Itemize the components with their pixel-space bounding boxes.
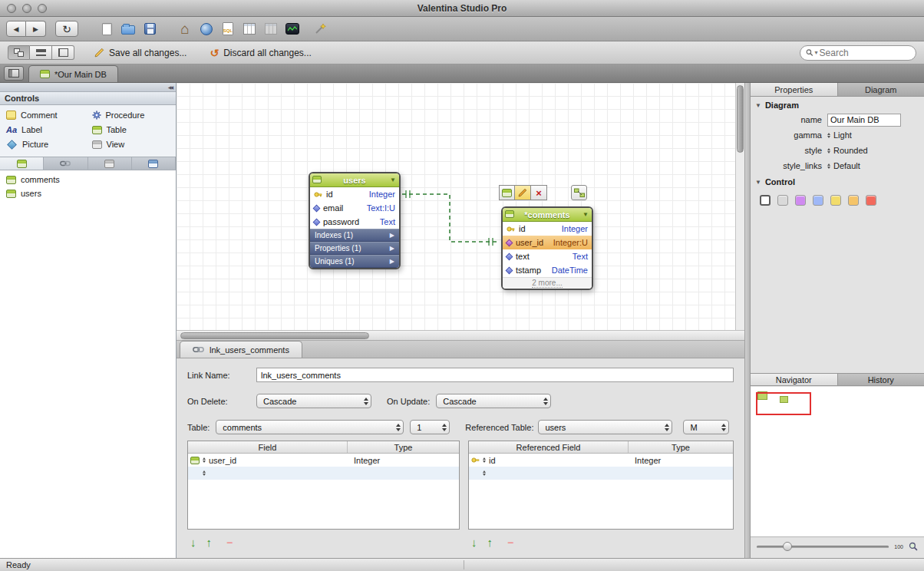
field-row-email[interactable]: email Text:I:U: [310, 201, 399, 215]
create-link-button[interactable]: [571, 185, 587, 200]
panel-splitter[interactable]: [744, 83, 751, 558]
tab-properties[interactable]: Properties: [751, 83, 838, 96]
table-editor-button[interactable]: [241, 20, 258, 38]
canvas-horizontal-scrollbar[interactable]: [177, 330, 744, 341]
control-section-header[interactable]: ▼ Control: [751, 173, 924, 189]
add-table-button[interactable]: [499, 185, 515, 200]
table-row[interactable]: id Integer: [469, 454, 733, 467]
table-cardinality-dropdown[interactable]: 1: [410, 420, 450, 434]
entity-menu-icon[interactable]: ▼: [582, 211, 589, 218]
uniques-section[interactable]: Uniques (1) ▶: [310, 255, 399, 268]
column-view-button[interactable]: [52, 45, 74, 60]
table-dropdown[interactable]: comments: [216, 420, 404, 434]
save-button[interactable]: [141, 20, 158, 38]
server-monitor-button[interactable]: [284, 20, 301, 38]
column-header[interactable]: Type: [348, 441, 459, 453]
navigator-minimap[interactable]: [751, 387, 924, 537]
minimap-viewport-rect[interactable]: [756, 392, 811, 415]
color-swatch-red[interactable]: [866, 195, 876, 206]
column-header[interactable]: Type: [629, 441, 733, 453]
minimize-window-button[interactable]: [22, 4, 31, 13]
field-row-user-id-selected[interactable]: user_id Integer:U: [503, 236, 592, 249]
panel-toggle-button[interactable]: [4, 66, 24, 81]
zoom-window-button[interactable]: [38, 4, 47, 13]
control-procedure[interactable]: Procedure: [89, 109, 175, 121]
home-button[interactable]: ⌂: [177, 20, 193, 38]
diagram-section-header[interactable]: ▼ Diagram: [751, 97, 924, 112]
color-swatch-white[interactable]: [760, 195, 771, 206]
color-swatch-blue[interactable]: [813, 195, 823, 206]
forward-button[interactable]: ▶: [26, 21, 46, 37]
color-swatch-gray[interactable]: [777, 195, 788, 206]
entity-comments-header[interactable]: *comments ▼: [503, 208, 592, 222]
field-row-text[interactable]: text Text: [503, 249, 592, 263]
close-window-button[interactable]: [7, 4, 16, 13]
disclosure-triangle-icon[interactable]: ▼: [755, 179, 761, 186]
tab-history[interactable]: History: [838, 374, 924, 385]
search-field[interactable]: ▾: [800, 45, 916, 61]
properties-section[interactable]: Properties (1) ▶: [310, 242, 399, 255]
move-up-button[interactable]: ↑: [487, 536, 493, 548]
sql-editor-button[interactable]: SQL: [219, 20, 236, 38]
control-comment[interactable]: Comment: [3, 109, 89, 121]
remove-field-button[interactable]: −: [226, 537, 233, 548]
color-swatch-orange[interactable]: [848, 195, 859, 206]
referenced-cardinality-dropdown[interactable]: M: [683, 420, 729, 434]
database-browser-button[interactable]: [198, 20, 215, 38]
row-stepper-icon[interactable]: [483, 457, 486, 463]
column-header[interactable]: Field: [188, 441, 348, 453]
on-update-dropdown[interactable]: Cascade: [436, 394, 551, 408]
property-row-gamma[interactable]: gamma Light: [751, 127, 924, 143]
column-header[interactable]: Referenced Field: [469, 441, 629, 453]
list-item-comments[interactable]: comments: [0, 173, 176, 186]
field-row-id[interactable]: id Integer: [310, 187, 399, 201]
document-tab[interactable]: *Our Main DB: [28, 65, 118, 82]
move-down-button[interactable]: ↓: [471, 536, 477, 548]
collapse-sidebar-icon[interactable]: ◀◀: [168, 84, 172, 90]
row-stepper-icon[interactable]: [483, 470, 486, 476]
diagram-canvas[interactable]: users ▼ id Integer email Text:I:U passwo…: [177, 83, 735, 330]
canvas-vertical-scrollbar[interactable]: [735, 83, 744, 330]
referenced-table-dropdown[interactable]: users: [538, 420, 672, 434]
link-tab[interactable]: lnk_users_comments: [180, 341, 302, 358]
more-fields-link[interactable]: 2 more...: [503, 277, 592, 289]
list-view-button[interactable]: [30, 45, 52, 60]
control-label[interactable]: Aa Label: [3, 124, 89, 136]
save-all-button[interactable]: Save all changes...: [94, 48, 186, 58]
refresh-button[interactable]: ↻: [55, 21, 78, 37]
field-row-id[interactable]: id Integer: [503, 222, 592, 236]
table-row[interactable]: user_id Integer: [188, 454, 459, 467]
tab-views[interactable]: [88, 157, 132, 170]
entity-users[interactable]: users ▼ id Integer email Text:I:U passwo…: [309, 172, 401, 269]
table-row-empty[interactable]: [188, 467, 459, 480]
remove-field-button[interactable]: −: [507, 537, 513, 548]
on-delete-dropdown[interactable]: Cascade: [256, 394, 371, 408]
open-button[interactable]: [120, 20, 137, 38]
back-button[interactable]: ◀: [6, 21, 26, 37]
table-row-empty[interactable]: [469, 467, 733, 480]
diagram-wizard-button[interactable]: [312, 20, 328, 38]
list-item-users[interactable]: users: [0, 186, 176, 200]
property-row-style[interactable]: style Rounded: [751, 143, 924, 158]
control-table[interactable]: Table: [89, 124, 175, 136]
zoom-slider[interactable]: [757, 546, 889, 548]
scrollbar-thumb[interactable]: [180, 332, 369, 339]
move-up-button[interactable]: ↑: [206, 536, 213, 548]
edit-table-button[interactable]: [515, 185, 531, 200]
tab-procedures[interactable]: [132, 157, 176, 170]
tab-diagram[interactable]: Diagram: [838, 83, 924, 96]
search-options-caret-icon[interactable]: ▾: [815, 49, 818, 56]
disclosure-triangle-icon[interactable]: ▼: [755, 102, 761, 109]
color-swatch-yellow[interactable]: [830, 195, 841, 206]
tab-links[interactable]: [44, 157, 87, 170]
zoom-slider-thumb[interactable]: [783, 542, 792, 551]
color-swatch-purple[interactable]: [795, 195, 806, 206]
new-document-button[interactable]: [98, 20, 115, 38]
row-stepper-icon[interactable]: [203, 457, 206, 463]
link-name-input[interactable]: [256, 368, 734, 382]
property-row-style-links[interactable]: style_links Default: [751, 158, 924, 173]
diagram-view-button[interactable]: [8, 45, 30, 60]
control-view[interactable]: View: [89, 138, 175, 150]
indexes-section[interactable]: Indexes (1) ▶: [310, 229, 399, 242]
search-input[interactable]: [820, 48, 910, 58]
